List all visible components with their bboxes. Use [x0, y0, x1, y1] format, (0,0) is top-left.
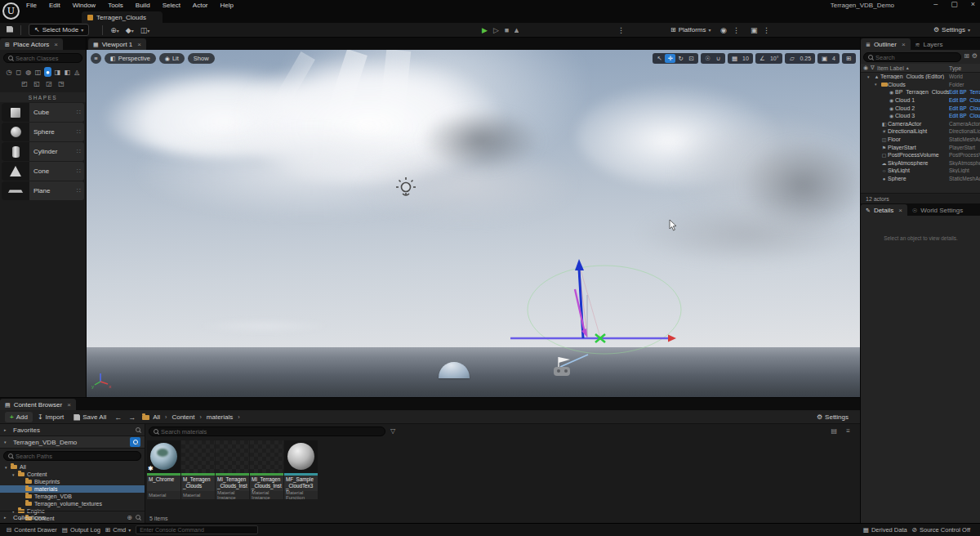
outliner-row[interactable]: ▾ ▲ Terragen_Clouds (Editor) World: [861, 73, 980, 81]
menu-item[interactable]: Actor: [193, 2, 208, 9]
folder-tree-row[interactable]: Terragen_VDB: [0, 493, 145, 500]
category-icon[interactable]: ◻: [15, 67, 23, 77]
viewport-options-menu[interactable]: ≡: [91, 53, 101, 64]
pin-column-icon[interactable]: ∇: [871, 65, 877, 71]
tab-outliner[interactable]: ≣ Outliner ×: [861, 38, 911, 50]
category-icon[interactable]: ●: [44, 67, 52, 77]
folder-tree-row[interactable]: Terragen_volume_textures: [0, 500, 145, 507]
close-icon[interactable]: ×: [902, 41, 906, 48]
scale-snap-value[interactable]: 0.25: [797, 56, 813, 61]
camera-speed-icon[interactable]: ▣: [819, 54, 830, 63]
grid-snap-icon[interactable]: ▦: [729, 54, 740, 63]
play-control-button[interactable]: ▶: [482, 26, 488, 34]
actor-label[interactable]: CameraActor: [888, 121, 949, 127]
platforms-dropdown[interactable]: ⊞ Platforms ▾: [666, 25, 716, 35]
category-icon[interactable]: ◱: [32, 78, 42, 88]
actor-label[interactable]: Cloud 1: [895, 97, 949, 103]
menu-item[interactable]: File: [26, 2, 37, 9]
outliner-row[interactable]: ☼ SkyLight SkyLight: [861, 167, 980, 175]
multi-user-icon[interactable]: ◉: [717, 26, 730, 34]
actor-label[interactable]: PostProcessVolume: [888, 152, 949, 158]
breadcrumb-item[interactable]: materials›: [207, 413, 240, 421]
world-space-icon[interactable]: ☉: [702, 54, 713, 63]
window-control-button[interactable]: ▢: [951, 0, 958, 8]
outliner-row[interactable]: ▢ PostProcessVolume PostProcessVolume: [861, 151, 980, 159]
drag-handle-icon[interactable]: ∷: [77, 128, 81, 136]
play-control-button[interactable]: ▷: [493, 26, 499, 34]
actor-type[interactable]: DirectionalLight: [949, 128, 980, 134]
tab-world-settings[interactable]: ☉ World Settings: [907, 204, 968, 216]
project-header[interactable]: ▾ Terragen_VDB_Demo: [0, 436, 145, 449]
play-control-button[interactable]: ■: [505, 26, 509, 34]
asset-tile[interactable]: ✱ MF_Sample_CloudTex3D Material Function: [284, 440, 318, 499]
favorites-header[interactable]: ▸ Favorites: [0, 424, 145, 436]
menu-item[interactable]: Edit: [49, 2, 60, 9]
actor-type[interactable]: Edit BP_Cloud: [949, 113, 980, 118]
scale-tool-icon[interactable]: ⊡: [686, 54, 697, 63]
breadcrumb-item[interactable]: All›: [153, 413, 167, 421]
breadcrumb-item[interactable]: Content›: [172, 413, 201, 421]
menu-item[interactable]: Help: [220, 2, 234, 9]
select-mode-dropdown[interactable]: ↖ Select Mode ▾: [29, 24, 89, 36]
category-icon[interactable]: ◷: [5, 67, 13, 77]
actor-type[interactable]: Folder: [949, 82, 980, 87]
search-icon[interactable]: [136, 515, 140, 520]
actor-type[interactable]: World: [949, 74, 980, 79]
category-icon[interactable]: ◲: [44, 78, 55, 88]
actor-type[interactable]: StaticMeshActor: [949, 136, 980, 142]
folder-tree-row[interactable]: ▾ Content: [0, 471, 145, 478]
folder-name[interactable]: Terragen_VDB: [34, 494, 72, 499]
actor-type[interactable]: SkyAtmosphere: [949, 160, 980, 166]
actor-label[interactable]: SkyLight: [888, 168, 949, 173]
window-control-button[interactable]: ×: [971, 0, 975, 8]
output-log-button[interactable]: ▤ Output Log: [62, 526, 100, 534]
level-viewport[interactable]: y x ≡ ◧ Perspective ◉ Lit Show ↖ ✛: [87, 50, 860, 397]
category-icon[interactable]: ◰: [20, 78, 30, 88]
move-tool-icon[interactable]: ✛: [665, 54, 675, 63]
blueprints-dropdown[interactable]: ◆▾: [122, 26, 137, 34]
actor-type[interactable]: Edit BP_Cloud: [949, 105, 980, 111]
search-icon[interactable]: [136, 427, 140, 432]
folder-tree-row[interactable]: materials: [0, 485, 145, 493]
place-actors-search[interactable]: [3, 53, 82, 63]
outliner-row[interactable]: ◧ CameraActor CameraActor: [861, 120, 980, 128]
show-dropdown[interactable]: Show: [188, 53, 215, 64]
lit-mode-dropdown[interactable]: ◉ Lit: [159, 53, 185, 64]
content-browser-settings[interactable]: ⚙ Settings: [812, 412, 853, 422]
collections-header[interactable]: ▸ Collections ⊕: [0, 511, 145, 523]
forward-icon[interactable]: →: [125, 413, 139, 422]
add-actor-button[interactable]: ⊕▾: [107, 26, 122, 34]
actor-label[interactable]: BP_Terragen_Clouds: [895, 89, 949, 95]
search-paths-input[interactable]: [16, 453, 136, 460]
play-options-icon[interactable]: ⋮: [614, 26, 628, 34]
actor-type[interactable]: Edit BP_Cloud: [949, 97, 980, 103]
outliner-row[interactable]: ▾ Clouds Folder: [861, 81, 980, 89]
camera-speed-value[interactable]: 4: [830, 56, 838, 61]
close-icon[interactable]: ×: [898, 207, 902, 214]
perspective-dropdown[interactable]: ◧ Perspective: [105, 53, 156, 64]
shape-list-item[interactable]: Cube ∷: [2, 103, 84, 122]
actor-label[interactable]: DirectionalLight: [888, 128, 949, 134]
surface-snap-icon[interactable]: ∪: [713, 54, 724, 63]
expander-icon[interactable]: ▾: [12, 472, 18, 477]
shape-list-item[interactable]: Sphere ∷: [2, 123, 84, 141]
back-icon[interactable]: ←: [111, 413, 125, 422]
cmd-dropdown[interactable]: ⊞ Cmd ▾: [105, 526, 131, 534]
actor-type[interactable]: StaticMeshActor: [949, 176, 980, 181]
close-icon[interactable]: ×: [67, 401, 71, 409]
shape-list-item[interactable]: Cylinder ∷: [2, 142, 84, 161]
actor-label[interactable]: Cloud 3: [895, 113, 949, 118]
launch-options-icon[interactable]: ⋮: [760, 26, 773, 34]
asset-tile[interactable]: ✱ MI_Terragen_Clouds_Inst Material Insta…: [216, 440, 249, 499]
outliner-search[interactable]: [863, 52, 961, 62]
window-control-button[interactable]: –: [933, 0, 938, 8]
outliner-settings-icon[interactable]: ⚙: [972, 52, 978, 62]
outliner-row[interactable]: ☀ DirectionalLight DirectionalLight: [861, 127, 980, 136]
actor-label[interactable]: Cloud 2: [895, 105, 949, 111]
close-icon[interactable]: ×: [54, 41, 58, 48]
rotation-snap-icon[interactable]: ∠: [757, 54, 768, 63]
actor-type[interactable]: SkyLight: [949, 168, 980, 173]
asset-tile[interactable]: ✱ MI_Terragen_Clouds_Inst1 Material Inst…: [250, 440, 283, 499]
actor-label[interactable]: Floor: [888, 136, 949, 142]
outliner-row[interactable]: ◉ Cloud 1 Edit BP_Cloud: [861, 96, 980, 105]
